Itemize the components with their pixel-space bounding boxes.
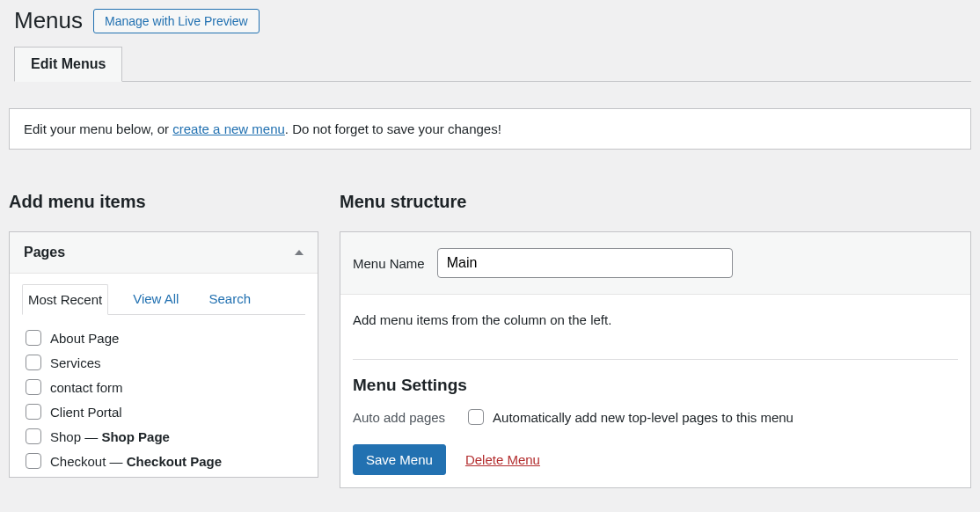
caret-up-icon — [295, 250, 304, 255]
page-title: Menus — [14, 7, 83, 34]
pages-accordion-header[interactable]: Pages — [10, 232, 318, 274]
manage-live-preview-button[interactable]: Manage with Live Preview — [93, 9, 260, 33]
save-menu-button[interactable]: Save Menu — [353, 444, 446, 475]
list-item: contact form — [22, 375, 305, 399]
add-items-heading: Add menu items — [9, 192, 318, 212]
auto-add-description: Automatically add new top-level pages to… — [493, 410, 794, 425]
subtab-view-all[interactable]: View All — [128, 284, 184, 314]
list-item: Client Portal — [22, 399, 305, 424]
list-item: Services — [22, 350, 305, 375]
divider — [353, 359, 958, 360]
page-label: Shop — Shop Page — [50, 429, 170, 444]
tab-edit-menus[interactable]: Edit Menus — [14, 47, 122, 82]
page-label: Client Portal — [50, 405, 122, 420]
notice-prefix: Edit your menu below, or — [24, 121, 172, 136]
page-checkbox[interactable] — [26, 355, 41, 370]
menu-structure-heading: Menu structure — [340, 192, 971, 212]
page-checkbox[interactable] — [26, 404, 41, 420]
list-item: Shop — Shop Page — [22, 424, 305, 449]
menu-settings-heading: Menu Settings — [353, 376, 958, 395]
list-item: About Page — [22, 325, 305, 350]
page-label: Checkout — Checkout Page — [50, 454, 222, 469]
pages-accordion: Pages Most Recent View All Search About … — [9, 231, 318, 478]
notice: Edit your menu below, or create a new me… — [9, 108, 971, 150]
tabs: Edit Menus — [14, 47, 971, 82]
menu-name-label: Menu Name — [353, 256, 425, 271]
page-label: About Page — [50, 331, 119, 346]
structure-hint: Add menu items from the column on the le… — [353, 312, 958, 327]
auto-add-checkbox[interactable] — [468, 409, 484, 425]
pages-accordion-title: Pages — [24, 245, 65, 260]
page-label: contact form — [50, 380, 123, 395]
create-new-menu-link[interactable]: create a new menu — [172, 121, 285, 136]
list-item: Checkout — Checkout Page — [22, 449, 305, 473]
notice-suffix: . Do not forget to save your changes! — [285, 121, 501, 136]
subtab-most-recent[interactable]: Most Recent — [22, 284, 108, 315]
delete-menu-link[interactable]: Delete Menu — [465, 452, 540, 467]
page-checkbox[interactable] — [26, 379, 41, 395]
page-checkbox[interactable] — [26, 330, 41, 346]
menu-name-input[interactable] — [437, 248, 733, 278]
auto-add-label: Auto add pages — [353, 410, 445, 425]
page-checkbox[interactable] — [26, 453, 41, 469]
menu-structure-panel: Menu Name Add menu items from the column… — [340, 231, 971, 488]
page-label: Services — [50, 355, 101, 370]
subtab-search[interactable]: Search — [203, 284, 256, 314]
page-checkbox[interactable] — [26, 428, 41, 444]
